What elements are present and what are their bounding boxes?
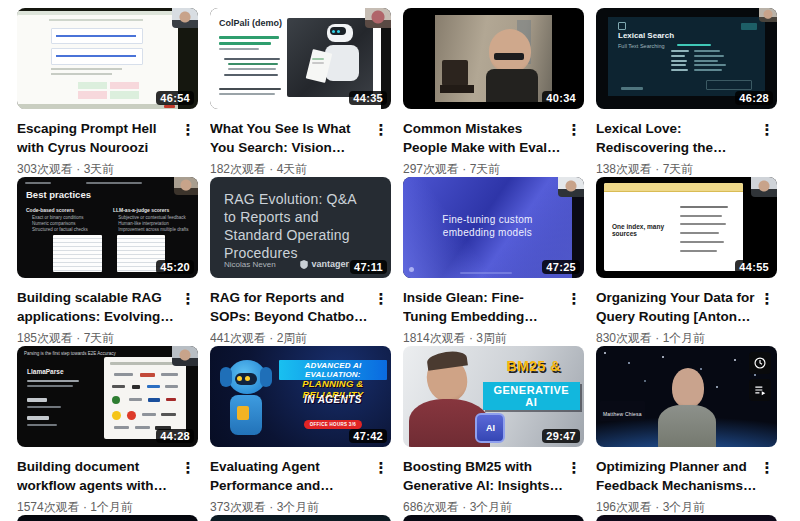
video-grid: 46:54 Escaping Prompt Hell with Cyrus No…: [0, 0, 800, 521]
more-options-button[interactable]: ⋮: [757, 119, 777, 141]
duration-badge: 47:11: [350, 260, 387, 274]
video-thumbnail[interactable]: RAG Evolution: Q&A to Reports and Standa…: [210, 177, 391, 278]
video-meta: 185次观看 · 7天前: [17, 330, 178, 346]
video-thumbnail[interactable]: ADVANCED AI EVALUATION: PLANNING & RELIA…: [210, 346, 391, 447]
webcam-overlay: [172, 8, 198, 28]
duration-badge: 46:54: [156, 91, 194, 105]
more-options-button[interactable]: ⋮: [757, 288, 777, 310]
video-card: ADVANCED AI EVALUATION: PLANNING & RELIA…: [210, 346, 391, 515]
duration-badge: 44:35: [349, 91, 387, 105]
headline-line3: IN AGENTS: [279, 394, 387, 405]
slide-col1-item: Numeric comparisons: [32, 221, 76, 226]
video-meta: 182次观看 · 4天前: [210, 161, 371, 177]
video-meta: 686次观看 · 3个月前: [403, 499, 564, 515]
slide-caption: Fine-tuning custom embedding models: [423, 213, 551, 239]
add-to-queue-button[interactable]: [749, 379, 771, 401]
partial-thumbnail[interactable]: [596, 515, 777, 521]
screenshot-panel: [53, 235, 102, 272]
slide-col2-header: LLM-as-a-judge scorers: [113, 207, 169, 213]
video-meta: 373次观看 · 3个月前: [210, 499, 371, 515]
video-title[interactable]: Optimizing Planner and Feedback Mechanis…: [596, 457, 757, 495]
more-options-button[interactable]: ⋮: [178, 119, 198, 141]
video-title[interactable]: Escaping Prompt Hell with Cyrus Nouroozi: [17, 119, 178, 157]
duration-badge: 40:34: [542, 91, 580, 105]
more-options-button[interactable]: ⋮: [757, 457, 777, 479]
more-options-button[interactable]: ⋮: [371, 457, 391, 479]
duration-badge: 44:55: [735, 260, 773, 274]
video-meta: 441次观看 · 2周前: [210, 330, 371, 346]
video-card: One index, many sources 44:55 Organizing…: [596, 177, 777, 346]
slide: Lexical Search Full Text Searching: [608, 17, 765, 96]
video-title[interactable]: Building document workflow agents with J…: [17, 457, 178, 495]
more-options-button[interactable]: ⋮: [564, 119, 584, 141]
robot-image: [287, 18, 373, 97]
video-card: 46:54 Escaping Prompt Hell with Cyrus No…: [17, 8, 198, 177]
office-hours-badge: OFFICE HOURS 3/6: [279, 412, 387, 430]
video-thumbnail[interactable]: One index, many sources 44:55: [596, 177, 777, 278]
partial-thumbnail[interactable]: [210, 515, 391, 521]
video-card: ColPali (demo): [210, 8, 391, 177]
video-title[interactable]: Evaluating Agent Performance and Plannin…: [210, 457, 371, 495]
video-thumbnail[interactable]: Parsing is the first step towards E2E Ac…: [17, 346, 198, 447]
webcam-overlay: [751, 177, 777, 197]
duration-badge: 45:20: [156, 260, 194, 274]
partial-thumbnail[interactable]: [403, 515, 584, 521]
more-options-button[interactable]: ⋮: [564, 457, 584, 479]
video-meta: 830次观看 · 1个月前: [596, 330, 757, 346]
shared-screen: [17, 11, 178, 109]
duration-badge: 47:42: [349, 429, 387, 443]
webcam-overlay: [365, 8, 391, 28]
video-title[interactable]: Inside Glean: Fine-Tuning Embedding Mode…: [403, 288, 564, 326]
duration-badge: 44:28: [156, 429, 194, 443]
webcam-overlay: [759, 8, 777, 22]
video-title[interactable]: Boosting BM25 with Generative AI: Insigh…: [403, 457, 564, 495]
video-title[interactable]: RAG for Reports and SOPs: Beyond Chatbot…: [210, 288, 371, 326]
headline-line1: BM25 &: [494, 358, 575, 374]
clock-icon: [753, 356, 767, 370]
slide-col2-item: Improvement across multiple drafts: [118, 227, 188, 232]
video-thumbnail[interactable]: Best practices Code-based scorers Exact …: [17, 177, 198, 278]
ai-shield-badge: AI: [475, 413, 505, 443]
partial-thumbnail[interactable]: [17, 515, 198, 521]
slide-title: Lexical Search: [618, 31, 674, 40]
video-thumbnail[interactable]: Matthew Chiesa: [596, 346, 777, 447]
video-card-partial: [596, 515, 777, 521]
video-meta: 138次观看 · 7天前: [596, 161, 757, 177]
video-card-partial: [210, 515, 391, 521]
video-title[interactable]: Common Mistakes People Make with Evals […: [403, 119, 564, 157]
brand-name: vantager: [311, 259, 349, 269]
video-card: Lexical Search Full Text Searching 46:28: [596, 8, 777, 177]
robot-illustration: [214, 354, 276, 447]
video-title[interactable]: Lexical Love: Rediscovering the Power of…: [596, 119, 757, 157]
video-card: Parsing is the first step towards E2E Ac…: [17, 346, 198, 515]
speaker-photo: [435, 15, 552, 102]
slide-topline: Parsing is the first step towards E2E Ac…: [24, 351, 116, 356]
more-options-button[interactable]: ⋮: [371, 119, 391, 141]
more-options-button[interactable]: ⋮: [371, 288, 391, 310]
more-options-button[interactable]: ⋮: [178, 288, 198, 310]
video-thumbnail[interactable]: 46:54: [17, 8, 198, 109]
video-title[interactable]: What You See Is What You Search: Vision …: [210, 119, 371, 157]
video-card: Matthew Chiesa Optimizing Planner and Fe…: [596, 346, 777, 515]
video-thumbnail[interactable]: Fine-tuning custom embedding models 47:2…: [403, 177, 584, 278]
slide-col1-item: Exact or binary conditions: [32, 215, 84, 220]
video-meta: 196次观看 · 3个月前: [596, 499, 757, 515]
video-title[interactable]: Building scalable RAG applications: Evol…: [17, 288, 178, 326]
video-card-partial: [17, 515, 198, 521]
video-title[interactable]: Organizing Your Data for Query Routing […: [596, 288, 757, 326]
video-thumbnail[interactable]: 40:34: [403, 8, 584, 109]
video-thumbnail[interactable]: ColPali (demo): [210, 8, 391, 109]
video-card: 40:34 Common Mistakes People Make with E…: [403, 8, 584, 177]
slide-title: RAG Evolution: Q&A to Reports and Standa…: [224, 190, 365, 262]
more-options-button[interactable]: ⋮: [564, 288, 584, 310]
product-name: LlamaParse: [27, 368, 64, 375]
slide-col2-item: Subjective or contextual feedback: [118, 215, 185, 220]
webcam-overlay: [172, 346, 198, 366]
video-thumbnail[interactable]: BM25 & GENERATIVE AI AI 29:47: [403, 346, 584, 447]
webcam-overlay: [174, 177, 198, 195]
watch-later-button[interactable]: [749, 352, 771, 374]
speaker-name: Nicolas Neven: [224, 260, 276, 269]
video-thumbnail[interactable]: Lexical Search Full Text Searching 46:28: [596, 8, 777, 109]
more-options-button[interactable]: ⋮: [178, 457, 198, 479]
slide-title: Best practices: [26, 189, 91, 200]
